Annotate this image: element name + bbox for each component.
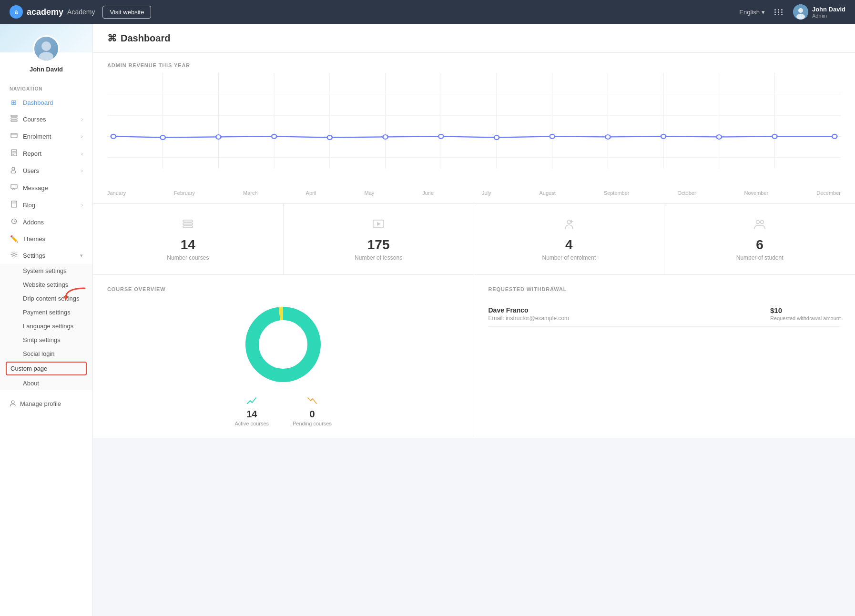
revenue-chart-section: ADMIN REVENUE THIS YEAR	[93, 53, 855, 204]
svg-point-23	[10, 404, 15, 406]
language-selector[interactable]: English ▾	[739, 9, 765, 16]
grid-menu-icon[interactable]	[774, 9, 784, 15]
svg-rect-16	[11, 184, 17, 189]
settings-icon	[10, 251, 18, 260]
sidebar-item-message[interactable]: Message	[0, 179, 92, 196]
settings-custom-page[interactable]: Custom page	[6, 362, 87, 375]
svg-point-4	[39, 52, 53, 61]
svg-rect-6	[11, 118, 17, 119]
settings-smtp[interactable]: Smtp settings	[0, 333, 92, 347]
students-count: 6	[674, 238, 845, 252]
svg-rect-56	[183, 226, 193, 228]
donut-chart-container	[107, 302, 459, 387]
withdrawal-item: Dave Franco Email: instructor@example.co…	[489, 302, 841, 327]
sidebar-item-addons[interactable]: Addons	[0, 213, 92, 231]
sidebar-item-report[interactable]: Report ›	[0, 145, 92, 162]
settings-language[interactable]: Language settings	[0, 319, 92, 333]
withdrawal-amount-info: $10 Requested withdrawal amount	[770, 306, 841, 321]
sidebar-item-courses[interactable]: Courses ›	[0, 111, 92, 128]
trending-down-icon	[293, 397, 332, 407]
enrolment-icon	[10, 132, 18, 141]
settings-social-login[interactable]: Social login	[0, 347, 92, 361]
svg-point-42	[216, 135, 221, 139]
students-stat-icon	[674, 217, 845, 233]
active-courses-label: Active courses	[235, 421, 269, 426]
revenue-chart	[107, 73, 841, 168]
course-overview-title: COURSE OVERVIEW	[107, 286, 459, 292]
chevron-down-icon: ▾	[762, 9, 765, 16]
sidebar-item-users[interactable]: Users ›	[0, 162, 92, 179]
svg-point-22	[11, 401, 14, 404]
active-courses-count: 14	[235, 409, 269, 420]
page-title: ⌘ Dashboard	[107, 32, 841, 44]
svg-rect-55	[183, 223, 193, 225]
sidebar-item-blog[interactable]: Blog ›	[0, 196, 92, 213]
svg-point-59	[567, 220, 571, 224]
user-info: John David Admin	[812, 6, 845, 19]
addons-icon	[10, 218, 18, 226]
chevron-right-icon: ›	[81, 151, 83, 156]
withdrawal-amount: $10	[770, 306, 841, 314]
svg-point-48	[550, 134, 555, 139]
stat-card-lessons: 175 Number of lessons	[284, 204, 474, 274]
settings-system[interactable]: System settings	[0, 264, 92, 278]
logo[interactable]: a academy	[10, 5, 63, 19]
courses-count: 14	[102, 238, 274, 252]
avatar	[33, 35, 60, 62]
svg-point-50	[661, 134, 666, 139]
sidebar-item-label: Courses	[23, 116, 46, 123]
stat-card-students: 6 Number of student	[664, 204, 855, 274]
settings-drip[interactable]: Drip content settings	[0, 292, 92, 305]
sidebar-item-dashboard[interactable]: ⊞ Dashboard	[0, 94, 92, 111]
lessons-label: Number of lessons	[293, 254, 464, 261]
dashboard-icon: ⊞	[10, 99, 18, 106]
blog-icon	[10, 201, 18, 209]
svg-point-15	[11, 171, 16, 173]
svg-point-47	[494, 135, 499, 140]
enrolment-count: 4	[484, 238, 655, 252]
stat-card-courses: 14 Number courses	[93, 204, 284, 274]
sidebar-item-label: Blog	[23, 202, 35, 209]
chevron-down-icon: ▾	[80, 252, 83, 259]
courses-label: Number courses	[102, 254, 274, 261]
withdrawal-name: Dave Franco	[489, 306, 570, 314]
sidebar-item-label: Dashboard	[23, 99, 53, 106]
svg-point-2	[796, 14, 805, 20]
svg-rect-5	[11, 115, 17, 117]
dashboard-icon: ⌘	[107, 32, 117, 44]
withdrawal-email: Email: instructor@example.com	[489, 315, 570, 322]
user-menu[interactable]: John David Admin	[793, 4, 845, 20]
enrolment-label: Number of enrolment	[484, 254, 655, 261]
manage-profile[interactable]: Manage profile	[0, 395, 92, 413]
withdrawal-description: Requested withdrawal amount	[770, 315, 841, 321]
sidebar-item-settings[interactable]: Settings ▾	[0, 247, 92, 264]
sidebar-item-label: Addons	[23, 219, 44, 226]
svg-marker-58	[377, 222, 381, 226]
sidebar-item-themes[interactable]: ✏️ Themes	[0, 231, 92, 247]
settings-about[interactable]: About	[0, 376, 92, 390]
svg-point-41	[161, 135, 165, 140]
chart-title: ADMIN REVENUE THIS YEAR	[107, 62, 841, 68]
trending-up-icon	[235, 397, 269, 407]
chart-months: January February March April May June Ju…	[107, 187, 841, 203]
svg-point-45	[383, 135, 387, 139]
settings-website[interactable]: Website settings	[0, 278, 92, 292]
chevron-right-icon: ›	[81, 202, 83, 208]
svg-point-1	[798, 8, 803, 13]
svg-point-14	[12, 167, 15, 170]
sidebar-item-label: Enrolment	[23, 133, 51, 140]
settings-submenu: System settings Website settings Drip co…	[0, 264, 92, 390]
lessons-count: 175	[293, 238, 464, 252]
user-role: Admin	[812, 13, 845, 19]
stats-row: 14 Number courses 175 Number of lessons	[93, 204, 855, 275]
svg-point-43	[272, 134, 276, 139]
sidebar-item-enrolment[interactable]: Enrolment ›	[0, 128, 92, 145]
chevron-right-icon: ›	[81, 116, 83, 122]
courses-icon	[10, 115, 18, 123]
sidebar-item-label: Report	[23, 150, 41, 157]
svg-point-49	[605, 135, 610, 139]
language-label: English	[739, 9, 760, 16]
settings-payment[interactable]: Payment settings	[0, 305, 92, 319]
visit-website-button[interactable]: Visit website	[102, 6, 151, 19]
logo-text: academy	[27, 7, 63, 17]
